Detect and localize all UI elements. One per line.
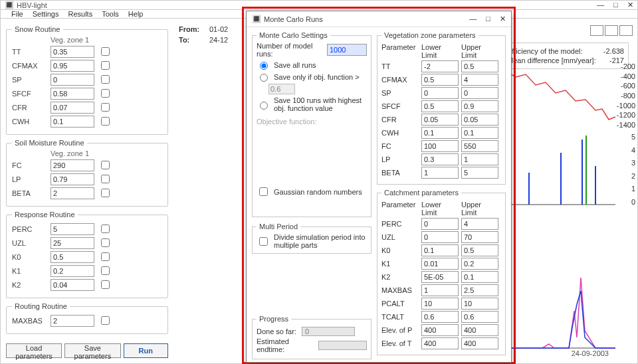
lower-limit-input[interactable] xyxy=(421,258,459,270)
lower-limit-input[interactable] xyxy=(421,298,459,310)
param-input[interactable] xyxy=(51,223,94,235)
upper-limit-input[interactable] xyxy=(461,244,498,256)
param-checkbox[interactable] xyxy=(101,161,110,169)
save-parameters-button[interactable]: Save parameters xyxy=(64,343,121,358)
param-input[interactable] xyxy=(51,173,94,185)
lower-limit-input[interactable] xyxy=(421,337,459,349)
param-input[interactable] xyxy=(51,265,94,277)
save-100-radio[interactable] xyxy=(260,102,268,110)
load-parameters-button[interactable]: Load parameters xyxy=(6,343,62,358)
obj-threshold-input[interactable] xyxy=(268,84,295,94)
maximize-icon[interactable]: □ xyxy=(613,1,618,9)
run-button[interactable]: Run xyxy=(124,343,168,358)
gaussian-checkbox[interactable] xyxy=(259,187,268,196)
param-input[interactable] xyxy=(51,74,94,86)
upper-limit-input[interactable] xyxy=(461,114,498,126)
done-label: Done so far: xyxy=(257,327,296,335)
param-checkbox[interactable] xyxy=(101,47,110,56)
param-input[interactable] xyxy=(51,187,94,199)
param-input[interactable] xyxy=(51,60,94,72)
lower-limit-input[interactable] xyxy=(421,114,459,126)
lower-limit-input[interactable] xyxy=(421,231,459,243)
menu-results[interactable]: Results xyxy=(68,10,92,18)
param-row: LP xyxy=(12,173,162,185)
lower-limit-input[interactable] xyxy=(421,218,459,230)
dlg-close-icon[interactable]: ✕ xyxy=(500,15,506,23)
lower-limit-input[interactable] xyxy=(421,127,459,139)
lower-limit-input[interactable] xyxy=(421,271,459,283)
limit-name: Elev. of T xyxy=(381,339,419,347)
param-checkbox[interactable] xyxy=(101,280,110,289)
param-input[interactable] xyxy=(51,88,94,100)
upper-limit-input[interactable] xyxy=(461,284,498,296)
veg-params-group: Vegetation zone parameters Parameter Low… xyxy=(377,31,506,185)
lower-limit-input[interactable] xyxy=(421,74,459,86)
menu-tools[interactable]: Tools xyxy=(102,10,119,18)
save-if-obj-radio[interactable] xyxy=(260,74,268,82)
save-all-radio[interactable] xyxy=(260,62,268,70)
upper-limit-input[interactable] xyxy=(461,231,498,243)
lower-limit-input[interactable] xyxy=(421,311,459,323)
lower-limit-input[interactable] xyxy=(421,167,459,179)
limit-name: TT xyxy=(381,62,419,70)
param-checkbox[interactable] xyxy=(101,238,110,247)
param-checkbox[interactable] xyxy=(101,175,110,183)
lower-limit-input[interactable] xyxy=(421,60,459,72)
lower-limit-input[interactable] xyxy=(421,100,459,112)
param-input[interactable] xyxy=(51,237,94,249)
menu-help[interactable]: Help xyxy=(128,10,144,18)
lower-limit-input[interactable] xyxy=(421,324,459,336)
param-input[interactable] xyxy=(51,116,94,128)
number-of-runs-input[interactable] xyxy=(327,44,367,56)
upper-limit-input[interactable] xyxy=(461,271,498,283)
divide-period-checkbox[interactable] xyxy=(259,237,268,246)
upper-limit-input[interactable] xyxy=(461,337,498,349)
param-checkbox[interactable] xyxy=(101,316,110,325)
upper-limit-input[interactable] xyxy=(461,127,498,139)
limit-row: CFMAX xyxy=(381,74,501,86)
upper-limit-input[interactable] xyxy=(461,74,498,86)
upper-limit-input[interactable] xyxy=(461,311,498,323)
lower-limit-input[interactable] xyxy=(421,140,459,152)
param-input[interactable] xyxy=(51,102,94,114)
param-checkbox[interactable] xyxy=(101,75,110,84)
param-checkbox[interactable] xyxy=(101,61,110,70)
upper-limit-input[interactable] xyxy=(461,153,498,165)
close-icon[interactable]: ✕ xyxy=(627,1,633,9)
upper-limit-input[interactable] xyxy=(461,324,498,336)
param-checkbox[interactable] xyxy=(101,189,110,197)
upper-limit-input[interactable] xyxy=(461,87,498,99)
upper-limit-input[interactable] xyxy=(461,218,498,230)
param-checkbox[interactable] xyxy=(101,252,110,261)
progress-group: Progress Done so far:0 Estimated endtime… xyxy=(252,315,372,359)
upper-limit-input[interactable] xyxy=(461,100,498,112)
lower-limit-input[interactable] xyxy=(421,284,459,296)
param-input[interactable] xyxy=(51,279,94,291)
lower-limit-input[interactable] xyxy=(421,244,459,256)
lower-limit-input[interactable] xyxy=(421,87,459,99)
upper-limit-input[interactable] xyxy=(461,298,498,310)
lower-limit-input[interactable] xyxy=(421,153,459,165)
param-checkbox[interactable] xyxy=(101,89,110,98)
menu-settings[interactable]: Settings xyxy=(33,10,59,18)
param-input[interactable] xyxy=(51,46,94,58)
dlg-minimize-icon[interactable]: — xyxy=(469,15,477,23)
param-input[interactable] xyxy=(51,315,94,327)
upper-limit-input[interactable] xyxy=(461,258,498,270)
limit-row: Elev. of P xyxy=(381,324,501,336)
menu-file[interactable]: File xyxy=(11,10,23,18)
upper-limit-input[interactable] xyxy=(461,60,498,72)
limit-name: MAXBAS xyxy=(381,286,419,294)
upper-limit-input[interactable] xyxy=(461,167,498,179)
dlg-maximize-icon[interactable]: □ xyxy=(486,15,490,23)
param-checkbox[interactable] xyxy=(101,225,110,233)
minimize-icon[interactable]: — xyxy=(597,1,604,9)
param-input[interactable] xyxy=(51,251,94,263)
param-checkbox[interactable] xyxy=(101,266,110,275)
param-checkbox[interactable] xyxy=(101,117,110,126)
upper-limit-input[interactable] xyxy=(461,140,498,152)
param-checkbox[interactable] xyxy=(101,103,110,112)
param-input[interactable] xyxy=(51,159,94,171)
limit-name: FC xyxy=(381,142,419,150)
snow-col: Veg. zone 1 xyxy=(51,36,94,44)
